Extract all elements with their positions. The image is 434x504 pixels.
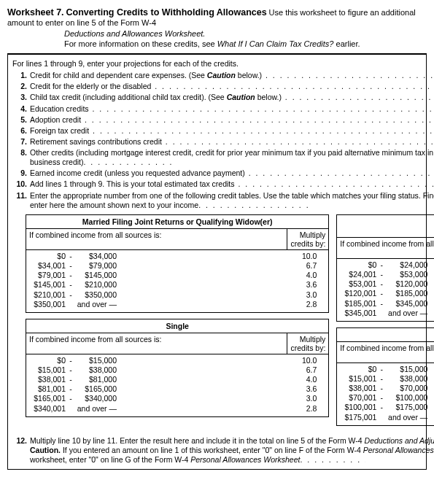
line-8: 8. Other credits (including mortgage int… [11,148,434,167]
table-single-body: $0-$15,00010.0$15,001-$38,0006.7$38,001-… [26,354,328,416]
table-row: $100,001-$175,0003.0 [340,403,434,412]
line-7: 7. Retirement savings contributions cred… [11,137,434,147]
table-row: $185,001-$345,0003.0 [340,299,434,309]
credit-tables: Married Filing Joint Returns or Qualifyi… [26,214,434,432]
line-11: 11. Enter the appropriate number from on… [11,191,434,210]
intro-text: For lines 1 through 9, enter your projec… [12,59,434,68]
table-row: $15,001-$38,0006.7 [340,374,434,384]
table-row: $34,001-$79,0006.7 [29,261,325,271]
table-row: $0-$24,00010.0 [340,260,434,270]
table-row: $70,001-$100,0003.6 [340,393,434,403]
table-row: $53,001-$120,0004.0 [340,279,434,289]
table-mfj-body: $0-$34,00010.0$34,001-$79,0006.7$79,001-… [26,250,328,312]
table-row: $210,001-$350,0003.0 [29,290,325,300]
worksheet-desc-1b: Deductions and Allowances Worksheet. [64,29,205,38]
line-6: 6. Foreign tax credit [11,126,434,136]
table-row: $38,001-$70,0004.0 [340,384,434,393]
worksheet-desc-2a: For more information on these credits, s… [64,39,215,48]
table-row: $81,001-$165,0003.6 [29,384,325,394]
table-row: $175,001and over —2.8 [340,413,434,422]
line-9: 9. Earned income credit (unless you requ… [11,168,434,178]
table-row: $0-$34,00010.0 [29,252,325,261]
line-1: 1. Credit for child and dependent care e… [11,71,434,80]
table-row: $15,001-$38,0006.7 [29,365,325,375]
table-row: $340,001and over —2.8 [29,404,325,414]
worksheet-header: Worksheet 7. Converting Credits to Withh… [7,7,427,49]
table-hoh-body: $0-$24,00010.0$24,001-$53,0006.7$53,001-… [337,259,434,321]
table-row: $79,001-$145,0004.0 [29,271,325,280]
worksheet-desc-2b: What If I Can Claim Tax Credits? [217,39,334,48]
table-row: $0-$15,00010.0 [29,356,325,365]
table-row: $0-$15,00010.0 [340,365,434,374]
table-hoh: Head of Household If combined income fro… [336,214,434,322]
table-row: $24,001-$53,0006.7 [340,270,434,279]
table-row: $120,001-$185,0003.6 [340,289,434,298]
table-single: Single If combined income from all sourc… [26,319,329,417]
table-row: $345,001and over —2.8 [340,309,434,318]
table-row: $38,001-$81,0004.0 [29,375,325,384]
worksheet-desc-2c: earlier. [336,39,360,48]
table-row: $145,001-$210,0003.6 [29,280,325,290]
worksheet-title: Converting Credits to Withholding Allowa… [66,7,267,18]
table-mfj: Married Filing Joint Returns or Qualifyi… [26,214,329,313]
line-4: 4. Education credits [11,104,434,114]
worksheet-lines: For lines 1 through 9, enter your projec… [11,58,434,466]
line-3: 3. Child tax credit (including additiona… [11,93,434,102]
table-mfs-body: $0-$15,00010.0$15,001-$38,0006.7$38,001-… [337,363,434,425]
table-row: $350,001and over —2.8 [29,300,325,309]
worksheet-label: Worksheet 7. [7,7,64,18]
line-2: 2. Credit for the elderly or the disable… [11,82,434,91]
line-10: 10. Add lines 1 through 9. This is your … [11,179,434,189]
table-row: $165,001-$340,0003.0 [29,394,325,403]
line-5: 5. Adoption credit [11,115,434,125]
worksheet-box: For lines 1 through 9, enter your projec… [7,53,427,470]
table-mfs: Married Filing Separately If combined in… [336,327,434,426]
line-12: 12. Multiply line 10 by line 11. Enter t… [11,436,434,465]
